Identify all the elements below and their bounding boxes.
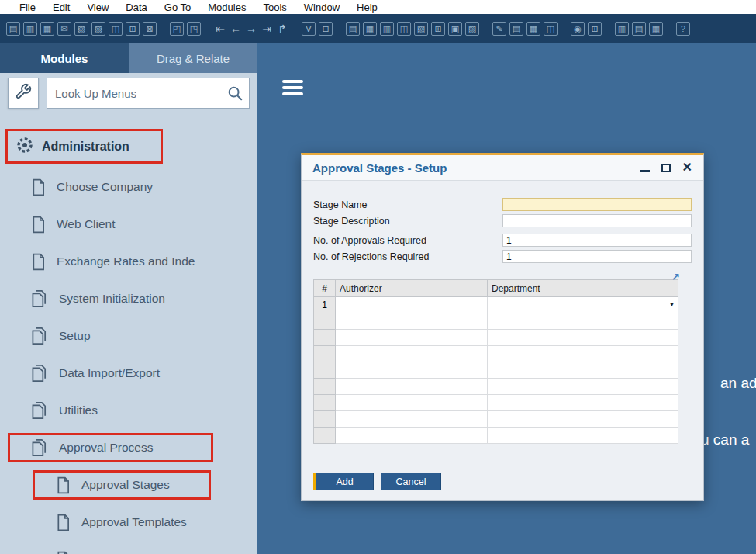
jump-to-icon[interactable]: ↱: [276, 23, 288, 35]
message-icon[interactable]: ▨: [465, 22, 479, 36]
target-document-icon[interactable]: ▦: [363, 22, 377, 36]
duplicate-icon[interactable]: ◳: [187, 22, 201, 36]
search-input[interactable]: [47, 78, 250, 109]
base-document-icon[interactable]: ▤: [346, 22, 360, 36]
calendar-icon[interactable]: ▦: [649, 22, 663, 36]
menu-data[interactable]: Data: [117, 2, 155, 13]
menu-edit[interactable]: Edit: [44, 2, 78, 13]
lock-screen-icon[interactable]: ⊞: [126, 22, 140, 36]
sidebar-item-approval-status-report[interactable]: Approval Status Report: [0, 541, 257, 554]
maximize-icon[interactable]: [661, 164, 671, 172]
next-record-icon[interactable]: →: [245, 23, 257, 35]
word-export-icon[interactable]: ▨: [91, 22, 105, 36]
sidebar-item-approval-stages[interactable]: Approval Stages: [0, 466, 257, 504]
journal-entry-icon[interactable]: ◫: [397, 22, 411, 36]
alert-icon[interactable]: ▣: [448, 22, 462, 36]
translate-icon[interactable]: ◫: [544, 22, 558, 36]
authorizer-cell[interactable]: [336, 330, 488, 346]
department-cell[interactable]: [488, 395, 678, 411]
dashboard-icon[interactable]: ▤: [632, 22, 646, 36]
stage-name-input[interactable]: [502, 198, 692, 211]
layout-designer-icon[interactable]: ▤: [509, 22, 523, 36]
mail-icon[interactable]: ✉: [57, 22, 71, 36]
sidebar-item-data-import-export[interactable]: Data Import/Export: [0, 355, 257, 392]
department-cell[interactable]: [488, 411, 678, 428]
folder-icon: [31, 364, 48, 383]
menu-settings-button[interactable]: [8, 78, 39, 109]
rejections-required-input[interactable]: [502, 250, 692, 263]
authorizer-cell[interactable]: [336, 428, 488, 444]
menu-tools[interactable]: Tools: [254, 2, 295, 13]
users-icon[interactable]: ◉: [571, 22, 585, 36]
first-record-icon[interactable]: ⇤: [214, 23, 226, 35]
form-designer-icon[interactable]: ▦: [526, 22, 540, 36]
department-cell[interactable]: ▼: [488, 297, 678, 313]
dropdown-caret-icon[interactable]: ▼: [669, 302, 675, 307]
department-cell[interactable]: [488, 428, 678, 444]
edit-icon[interactable]: ✎: [492, 22, 506, 36]
sidebar-item-approval-process[interactable]: Approval Process: [0, 429, 257, 466]
sidebar-item-label: Setup: [59, 329, 91, 343]
pdf-export-icon[interactable]: ◫: [109, 22, 123, 36]
approvals-required-input[interactable]: [502, 234, 692, 247]
payment-means-icon[interactable]: ▥: [380, 22, 394, 36]
sidebar-item-setup[interactable]: Setup: [0, 317, 257, 355]
print-icon[interactable]: ▥: [23, 22, 37, 36]
menu-file[interactable]: File: [11, 2, 44, 13]
table-row: [314, 330, 678, 346]
sort-icon[interactable]: ⊟: [319, 22, 333, 36]
sidebar-item-choose-company[interactable]: Choose Company: [0, 168, 257, 206]
cancel-button[interactable]: Cancel: [381, 473, 441, 490]
department-cell[interactable]: [488, 313, 678, 330]
report-icon[interactable]: ▧: [414, 22, 428, 36]
close-icon[interactable]: ✕: [682, 161, 692, 174]
authorizer-cell[interactable]: [336, 395, 488, 411]
department-cell[interactable]: [488, 362, 678, 379]
authorizer-cell[interactable]: [336, 297, 488, 313]
authorizer-cell[interactable]: [336, 346, 488, 362]
sidebar-item-web-client[interactable]: Web Client: [0, 206, 257, 243]
menu-view[interactable]: View: [78, 2, 117, 13]
department-cell[interactable]: [488, 379, 678, 395]
help-icon[interactable]: ?: [676, 22, 690, 36]
authorizer-cell[interactable]: [336, 362, 488, 379]
sidebar-item-exchange-rates-and-inde[interactable]: Exchange Rates and Inde: [0, 243, 257, 280]
menu-help[interactable]: Help: [348, 2, 386, 13]
form-settings-icon[interactable]: ▤: [6, 22, 20, 36]
page-icon: [56, 551, 71, 554]
department-cell[interactable]: [488, 330, 678, 346]
menu-go-to[interactable]: Go To: [156, 2, 199, 13]
authorizer-cell[interactable]: [336, 411, 488, 428]
dialog-title-bar[interactable]: Approval Stages - Setup ✕: [302, 155, 703, 181]
expand-grid-icon[interactable]: ↗: [671, 271, 680, 282]
find-icon[interactable]: ⊠: [143, 22, 157, 36]
workflow-icon[interactable]: ▥: [615, 22, 629, 36]
sidebar-menu: Choose CompanyWeb ClientExchange Rates a…: [0, 168, 257, 554]
add-record-icon[interactable]: ◰: [170, 22, 184, 36]
authorizer-cell[interactable]: [336, 379, 488, 395]
print-preview-icon[interactable]: ▦: [40, 22, 54, 36]
authorizer-cell[interactable]: [336, 313, 488, 330]
add-button[interactable]: Add: [313, 473, 374, 490]
excel-export-icon[interactable]: ▧: [74, 22, 88, 36]
tab-drag-relate[interactable]: Drag & Relate: [129, 43, 257, 73]
menu-icon[interactable]: [282, 80, 303, 99]
menu-window[interactable]: Window: [295, 2, 348, 13]
tab-modules[interactable]: Modules: [0, 43, 129, 73]
last-record-icon[interactable]: ⇥: [261, 23, 273, 35]
menu-modules[interactable]: Modules: [199, 2, 254, 13]
previous-record-icon[interactable]: ←: [230, 23, 242, 35]
sidebar-item-administration[interactable]: Administration: [5, 129, 163, 164]
stage-description-input[interactable]: [502, 214, 692, 227]
query-icon[interactable]: ⊞: [431, 22, 445, 36]
sidebar-item-approval-templates[interactable]: Approval Templates: [0, 504, 257, 541]
row-number-cell: [314, 362, 336, 379]
sidebar-root-label: Administration: [42, 140, 129, 154]
sidebar-item-utilities[interactable]: Utilities: [0, 392, 257, 429]
minimize-icon[interactable]: [640, 170, 650, 172]
settings-icon[interactable]: ⊞: [588, 22, 602, 36]
table-row: [314, 379, 678, 395]
department-cell[interactable]: [488, 346, 678, 362]
filter-icon[interactable]: ∇: [302, 22, 316, 36]
sidebar-item-system-initialization[interactable]: System Initialization: [0, 280, 257, 317]
